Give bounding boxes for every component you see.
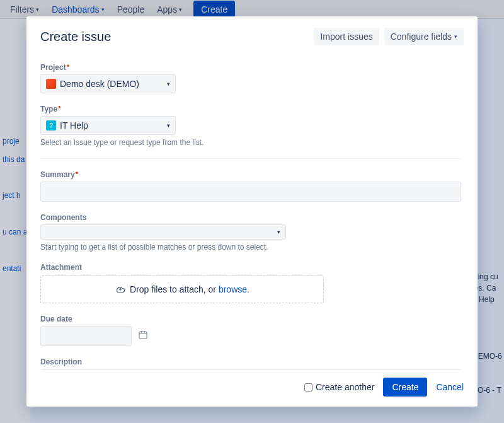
components-hint: Start typing to get a list of possible m…	[40, 243, 461, 252]
upload-cloud-icon	[115, 284, 126, 295]
due-date-label: Due date	[40, 315, 461, 323]
description-field: Description Style▾ B I U A▾ aAa▾ 🔗▾	[40, 357, 461, 370]
chevron-down-icon: ▾	[277, 229, 280, 235]
create-button[interactable]: Create	[383, 378, 427, 397]
type-field: Type* ?IT Help ▾ Select an issue type or…	[40, 105, 461, 147]
project-field: Project* Demo desk (DEMO) ▾	[40, 63, 461, 93]
due-date-input[interactable]	[40, 326, 132, 346]
type-hint: Select an issue type or request type fro…	[40, 138, 461, 147]
type-label: Type*	[40, 105, 461, 113]
type-select[interactable]: ?IT Help ▾	[40, 116, 176, 135]
project-label: Project*	[40, 63, 461, 72]
import-issues-button[interactable]: Import issues	[314, 28, 379, 45]
calendar-icon[interactable]	[138, 330, 148, 342]
components-label: Components	[40, 213, 461, 222]
components-field: Components ▾ Start typing to get a list …	[40, 213, 461, 252]
modal-title: Create issue	[40, 30, 111, 44]
svg-rect-0	[139, 332, 147, 339]
description-label: Description	[40, 357, 461, 366]
project-value: Demo desk (DEMO)	[60, 79, 139, 89]
it-help-icon: ?	[46, 120, 56, 130]
attachment-drop-text: Drop files to attach, or browse.	[130, 284, 249, 294]
create-another-checkbox[interactable]: Create another	[304, 382, 374, 392]
due-date-field: Due date	[40, 315, 461, 346]
configure-fields-button[interactable]: Configure fields▾	[384, 28, 464, 45]
create-another-label: Create another	[316, 382, 374, 392]
chevron-down-icon: ▾	[167, 81, 170, 87]
summary-field: Summary*	[40, 170, 461, 202]
attachment-browse-link[interactable]: browse	[219, 284, 247, 294]
summary-input[interactable]	[40, 182, 461, 202]
attachment-label: Attachment	[40, 263, 461, 272]
project-icon	[46, 79, 56, 89]
summary-label: Summary*	[40, 170, 461, 179]
create-issue-modal: Create issue Import issues Configure fie…	[26, 16, 478, 407]
modal-header: Create issue Import issues Configure fie…	[26, 16, 478, 49]
components-select[interactable]: ▾	[40, 224, 286, 240]
chevron-down-icon: ▾	[454, 33, 457, 40]
create-another-input[interactable]	[304, 383, 312, 391]
divider	[40, 158, 461, 159]
attachment-dropzone[interactable]: Drop files to attach, or browse.	[40, 275, 324, 303]
attachment-field: Attachment Drop files to attach, or brow…	[40, 263, 461, 303]
project-select[interactable]: Demo desk (DEMO) ▾	[40, 74, 176, 93]
type-value: IT Help	[60, 120, 88, 130]
cancel-button[interactable]: Cancel	[436, 382, 464, 392]
chevron-down-icon: ▾	[167, 122, 170, 129]
modal-body: Project* Demo desk (DEMO) ▾ Type* ?IT He…	[26, 49, 475, 370]
modal-footer: Create another Create Cancel	[26, 370, 478, 407]
